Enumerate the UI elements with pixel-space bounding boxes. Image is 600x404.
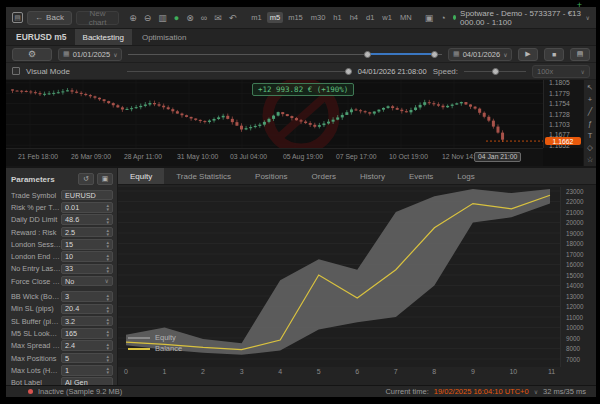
stepper-icon[interactable]: ▴▾: [106, 265, 109, 273]
cursor-icon[interactable]: ↖: [587, 83, 593, 92]
parameter-select-field[interactable]: No∨: [61, 276, 113, 287]
time-axis-label: 31 May 10:00: [177, 153, 218, 160]
chevron-down-icon[interactable]: ∨: [534, 388, 538, 395]
zoom-in-icon[interactable]: ⊕: [129, 13, 137, 23]
tab-logs[interactable]: Logs: [445, 168, 486, 184]
crosshair-icon[interactable]: +: [588, 95, 592, 104]
parameter-number-field[interactable]: 33▴▾: [61, 264, 113, 275]
tab-events[interactable]: Events: [397, 168, 445, 184]
parameter-number-field[interactable]: 5▴▾: [61, 353, 113, 364]
trendline-icon[interactable]: ╱: [588, 107, 593, 116]
account-selector[interactable]: Spotware - Demo - 5733377 - €13 000.00 -…: [453, 9, 590, 27]
zoom-out-icon[interactable]: ⊖: [144, 13, 152, 23]
parameter-number-field[interactable]: 10▴▾: [61, 251, 113, 262]
visual-mode-checkbox[interactable]: [12, 67, 20, 75]
layouts-icon[interactable]: ▣: [425, 13, 434, 23]
tab-equity[interactable]: Equity: [118, 168, 164, 184]
parameter-text-field[interactable]: EURUSD: [61, 190, 113, 201]
parameter-number-field[interactable]: 2.5▴▾: [61, 227, 113, 238]
equity-x-label: 7: [394, 368, 398, 375]
tab-orders[interactable]: Orders: [300, 168, 348, 184]
date-range-slider[interactable]: [128, 47, 442, 62]
shapes-icon[interactable]: ◇: [587, 143, 593, 152]
undo-icon[interactable]: ↶: [229, 13, 237, 23]
parameter-number-field[interactable]: 2.4▴▾: [61, 340, 113, 351]
parameters-grid-button[interactable]: ▣: [97, 173, 113, 185]
parameter-text-field[interactable]: AI Gen: [61, 377, 113, 385]
stepper-icon[interactable]: ▴▾: [106, 366, 109, 374]
start-date-field[interactable]: ▦ 01/01/2025 ∨: [58, 48, 122, 61]
tab-backtesting[interactable]: Backtesting: [75, 29, 132, 45]
stepper-icon[interactable]: ▴▾: [106, 342, 109, 350]
tab-positions[interactable]: Positions: [243, 168, 299, 184]
range-start-handle[interactable]: [364, 51, 371, 58]
stepper-icon[interactable]: ▴▾: [106, 305, 109, 313]
main-toolbar: ▤ ← Back New chart ⊕⊖▥●⊗∞✉↶ m1m5m15m30h1…: [6, 7, 596, 29]
price-chart-area[interactable]: +12 993.82 € (+190%) 1.18051.17791.17541…: [6, 80, 596, 166]
parameter-value: 48.6: [65, 215, 79, 224]
parameter-number-field[interactable]: 48.6▴▾: [61, 214, 113, 225]
timeframe-h4[interactable]: h4: [347, 12, 361, 23]
end-date-field[interactable]: ▦ 04/01/2026 ∨: [448, 48, 512, 61]
timeframe-h1[interactable]: h1: [330, 12, 344, 23]
parameter-number-field[interactable]: 20.4▴▾: [61, 304, 113, 315]
equity-y-label: 23000: [566, 188, 584, 195]
cbot-icon[interactable]: ●: [174, 13, 179, 23]
stepper-icon[interactable]: ▴▾: [106, 203, 109, 211]
reset-parameters-button[interactable]: ↺: [78, 173, 94, 185]
timeframe-w1[interactable]: w1: [379, 12, 395, 23]
equity-chart[interactable]: [118, 187, 560, 367]
stepper-icon[interactable]: ▴▾: [106, 253, 109, 261]
app-logo-icon[interactable]: ▤: [12, 12, 23, 23]
new-chart-button[interactable]: New chart: [76, 11, 119, 25]
tab-trade-statistics[interactable]: Trade Statistics: [164, 168, 243, 184]
timeframe-m1[interactable]: m1: [248, 12, 264, 23]
parameter-number-field[interactable]: 15▴▾: [61, 239, 113, 250]
timeframe-m15[interactable]: m15: [285, 12, 306, 23]
timeframe-m5[interactable]: m5: [267, 12, 283, 23]
parameter-number-field[interactable]: 165▴▾: [61, 328, 113, 339]
backtest-settings-button[interactable]: ⚙: [12, 48, 52, 61]
timeframe-MN[interactable]: MN: [397, 12, 415, 23]
range-end-handle[interactable]: [431, 51, 438, 58]
stop-backtest-button[interactable]: ■: [544, 48, 564, 61]
legend-item: Balance: [128, 344, 182, 353]
playback-handle[interactable]: [345, 68, 352, 75]
price-axis[interactable]: 1.18051.17791.17541.17281.17031.16771.16…: [543, 80, 583, 148]
stepper-icon[interactable]: ▴▾: [106, 293, 109, 301]
tab-history[interactable]: History: [348, 168, 397, 184]
playback-position-slider[interactable]: [127, 64, 352, 79]
close-all-icon[interactable]: ⊗: [186, 13, 194, 23]
text-tool-icon[interactable]: T: [588, 131, 593, 140]
current-time-value[interactable]: 19/02/2025 16:04:10 UTC+0: [434, 387, 529, 396]
timeframe-m30[interactable]: m30: [308, 12, 329, 23]
stepper-icon[interactable]: ▴▾: [106, 240, 109, 248]
stepper-icon[interactable]: ▴▾: [106, 317, 109, 325]
parameter-number-field[interactable]: 3.2▴▾: [61, 316, 113, 327]
speed-slider[interactable]: [464, 64, 526, 79]
time-axis[interactable]: 21 Feb 18:0026 Mar 09:0028 Apr 11:0031 M…: [6, 148, 543, 166]
link-icon[interactable]: ∞: [201, 13, 207, 23]
tab-optimisation[interactable]: Optimisation: [134, 29, 194, 45]
parameter-value: 2.4: [65, 341, 75, 350]
stepper-icon[interactable]: ▴▾: [106, 329, 109, 337]
timeframe-d1[interactable]: d1: [363, 12, 377, 23]
report-button[interactable]: ▤: [570, 48, 590, 61]
chart-type-icon[interactable]: ▥: [158, 13, 167, 23]
speed-handle[interactable]: [492, 68, 499, 75]
stepper-icon[interactable]: ▴▾: [106, 228, 109, 236]
indicators-icon[interactable]: ƒ: [588, 119, 592, 128]
parameter-number-field[interactable]: 1▴▾: [61, 365, 113, 376]
speed-select[interactable]: 100x ∨: [532, 65, 590, 78]
parameter-number-field[interactable]: 0.01▴▾: [61, 202, 113, 213]
play-backtest-button[interactable]: ▶: [518, 48, 538, 61]
equity-chart-area[interactable]: 2300022000210002000019000180001700016000…: [118, 185, 596, 387]
parameter-number-field[interactable]: 3▴▾: [61, 291, 113, 302]
notifications-icon[interactable]: ◔: [440, 13, 445, 23]
back-button[interactable]: ← Back: [27, 11, 72, 25]
stepper-icon[interactable]: ▴▾: [106, 354, 109, 362]
mail-icon[interactable]: ✉: [214, 13, 222, 23]
favorites-icon[interactable]: ☆: [587, 155, 594, 164]
parameter-label: Trade Symbol: [11, 191, 61, 200]
stepper-icon[interactable]: ▴▾: [106, 216, 109, 224]
